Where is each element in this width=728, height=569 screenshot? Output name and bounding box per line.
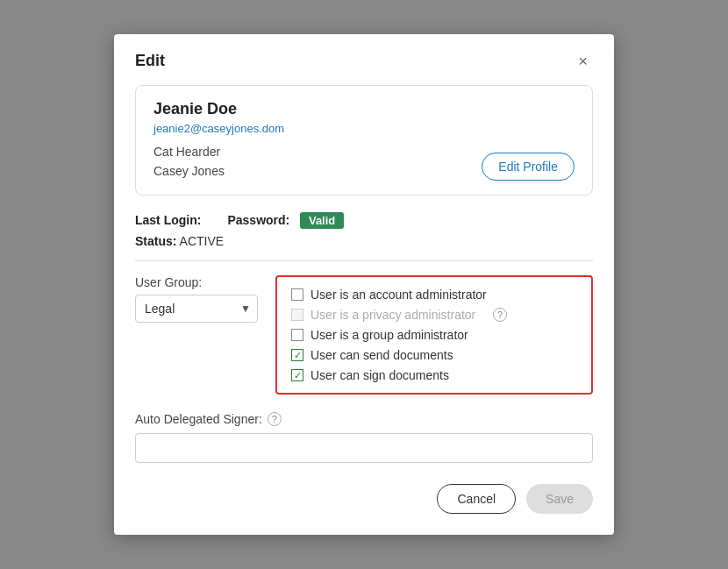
perm-send-docs: ✓ User can send documents [291, 348, 577, 362]
delegated-help-icon[interactable]: ? [268, 412, 282, 426]
perm-send-docs-label: User can send documents [310, 348, 453, 362]
user-group-left: User Group: Legal Admin Finance HR ▼ [135, 275, 258, 323]
status-row: Status: ACTIVE [135, 234, 593, 248]
password-section: Password: Valid [227, 213, 344, 227]
perm-group-admin-checkbox[interactable] [291, 329, 303, 341]
dialog-footer: Cancel Save [135, 484, 593, 514]
cancel-button[interactable]: Cancel [437, 484, 516, 514]
perm-group-admin: User is a group administrator [291, 328, 577, 342]
perm-account-admin-checkbox[interactable] [291, 288, 303, 301]
delegated-label: Auto Delegated Signer: ? [135, 412, 593, 426]
user-info: Jeanie Doe jeanie2@caseyjones.dom Cat He… [153, 100, 284, 181]
save-button[interactable]: Save [526, 484, 593, 514]
perm-sign-docs: ✓ User can sign documents [291, 368, 577, 382]
login-password-row: Last Login: Password: Valid [135, 213, 593, 227]
divider [135, 260, 593, 261]
user-role: Cat Hearder [153, 142, 284, 161]
dialog-title: Edit [135, 52, 165, 70]
perm-sign-docs-label: User can sign documents [310, 368, 449, 382]
delegated-input[interactable] [135, 433, 593, 463]
status-value: ACTIVE [180, 234, 225, 248]
user-group-select-wrapper: Legal Admin Finance HR ▼ [135, 295, 258, 323]
user-group-label: User Group: [135, 275, 258, 289]
close-button[interactable]: × [573, 52, 593, 71]
perm-privacy-admin-label: User is a privacy administrator [310, 308, 475, 322]
user-group-section: User Group: Legal Admin Finance HR ▼ Use… [135, 275, 593, 395]
user-card: Jeanie Doe jeanie2@caseyjones.dom Cat He… [135, 85, 593, 196]
perm-account-admin: User is an account administrator [291, 288, 577, 302]
user-company: Casey Jones [153, 161, 284, 181]
user-email: jeanie2@caseyjones.dom [153, 122, 284, 135]
perm-privacy-admin: User is a privacy administrator ? [291, 308, 577, 322]
perm-send-docs-checkbox[interactable]: ✓ [291, 349, 303, 361]
dialog-header: Edit × [135, 52, 593, 71]
user-group-select[interactable]: Legal Admin Finance HR [135, 295, 258, 323]
password-badge: Valid [300, 212, 344, 229]
password-label: Password: [227, 213, 289, 227]
delegated-label-text: Auto Delegated Signer: [135, 412, 262, 426]
last-login-label: Last Login: [135, 213, 201, 227]
user-name: Jeanie Doe [153, 100, 284, 118]
permissions-box: User is an account administrator User is… [275, 275, 593, 395]
delegated-section: Auto Delegated Signer: ? [135, 412, 593, 463]
edit-dialog: Edit × Jeanie Doe jeanie2@caseyjones.dom… [114, 34, 614, 536]
perm-sign-docs-checkbox[interactable]: ✓ [291, 369, 303, 381]
privacy-admin-help-icon[interactable]: ? [493, 308, 507, 322]
edit-profile-button[interactable]: Edit Profile [482, 153, 575, 181]
status-label: Status: [135, 234, 176, 248]
perm-account-admin-label: User is an account administrator [310, 288, 487, 302]
perm-privacy-admin-checkbox[interactable] [291, 309, 303, 321]
perm-group-admin-label: User is a group administrator [310, 328, 468, 342]
